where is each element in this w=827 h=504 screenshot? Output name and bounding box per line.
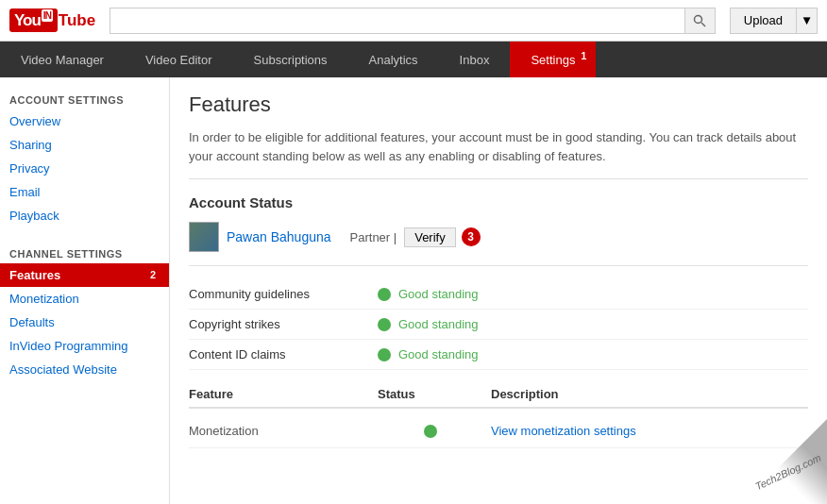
nav-item-subscriptions[interactable]: Subscriptions — [233, 42, 348, 77]
copyright-strikes-dot — [378, 318, 391, 331]
sidebar-item-monetization[interactable]: Monetization — [0, 287, 169, 311]
yt-logo-tube: Tube — [59, 11, 95, 30]
sidebar-item-features[interactable]: Features 2 — [0, 263, 169, 287]
col-header-feature: Feature — [189, 387, 378, 401]
community-guidelines-dot — [378, 288, 391, 301]
verify-badge: 3 — [462, 227, 481, 246]
svg-line-1 — [701, 23, 705, 26]
copyright-strikes-status: Good standing — [398, 317, 479, 331]
search-button[interactable] — [685, 8, 716, 34]
account-status-title: Account Status — [189, 194, 808, 210]
upload-btn-group: Upload ▼ — [730, 8, 818, 34]
community-guidelines-label: Community guidelines — [189, 287, 378, 301]
nav-item-video-editor[interactable]: Video Editor — [125, 42, 233, 77]
sidebar-item-invideo-programming[interactable]: InVideo Programming — [0, 334, 169, 358]
settings-badge: 1 — [575, 47, 592, 64]
partner-label: Partner | — [350, 230, 397, 244]
features-badge: 2 — [144, 266, 161, 283]
sidebar-item-playback[interactable]: Playback — [0, 204, 169, 227]
user-row: Pawan Bahuguna Partner | Verify 3 — [189, 222, 808, 266]
account-status-section: Account Status Pawan Bahuguna Partner | … — [189, 194, 808, 370]
search-input[interactable] — [110, 8, 685, 34]
account-settings-title: ACCOUNT SETTINGS — [0, 87, 169, 109]
yt-logo-you: YouIN — [9, 8, 58, 32]
sidebar-item-sharing[interactable]: Sharing — [0, 133, 169, 157]
search-bar — [110, 8, 716, 34]
community-guidelines-row: Community guidelines Good standing — [189, 279, 808, 310]
sidebar-item-privacy[interactable]: Privacy — [0, 157, 169, 180]
content-id-dot — [378, 348, 391, 361]
features-table: Feature Status Description Monetization … — [189, 387, 808, 448]
avatar — [189, 222, 219, 252]
copyright-strikes-label: Copyright strikes — [189, 317, 378, 331]
verify-button[interactable]: Verify — [404, 227, 456, 247]
upload-dropdown-button[interactable]: ▼ — [797, 8, 818, 34]
col-header-status: Status — [378, 387, 491, 401]
content-id-status: Good standing — [398, 347, 479, 361]
page-title: Features — [189, 92, 808, 117]
layout: ACCOUNT SETTINGS Overview Sharing Privac… — [0, 77, 827, 504]
sidebar-item-associated-website[interactable]: Associated Website — [0, 358, 169, 381]
community-guidelines-status: Good standing — [398, 287, 479, 301]
youtube-logo: YouIN Tube — [9, 8, 95, 32]
nav-item-analytics[interactable]: Analytics — [348, 42, 439, 77]
content-id-row: Content ID claims Good standing — [189, 340, 808, 370]
channel-settings-title: CHANNEL SETTINGS — [0, 241, 169, 263]
nav-item-settings[interactable]: Settings 1 — [510, 42, 596, 77]
content-id-label: Content ID claims — [189, 347, 378, 361]
main-content: Features In order to be eligible for add… — [170, 77, 827, 504]
header: YouIN Tube Upload ▼ — [0, 0, 827, 42]
page-curl-area: Tech2Blog.com — [742, 419, 827, 504]
nav-item-video-manager[interactable]: Video Manager — [0, 42, 125, 77]
col-header-description: Description — [491, 387, 808, 401]
sidebar-item-overview[interactable]: Overview — [0, 109, 169, 133]
info-text: In order to be eligible for additional f… — [189, 128, 808, 179]
copyright-strikes-row: Copyright strikes Good standing — [189, 310, 808, 340]
monetization-status-dot — [424, 425, 437, 438]
table-row: Monetization View monetization settings — [189, 414, 808, 448]
features-table-header: Feature Status Description — [189, 387, 808, 409]
sidebar-item-email[interactable]: Email — [0, 180, 169, 204]
feature-status-monetization — [378, 425, 491, 438]
svg-point-0 — [695, 15, 702, 23]
sidebar: ACCOUNT SETTINGS Overview Sharing Privac… — [0, 77, 170, 504]
nav-item-inbox[interactable]: Inbox — [439, 42, 511, 77]
search-icon — [693, 14, 706, 27]
chevron-down-icon: ▼ — [801, 13, 813, 27]
main-nav: Video Manager Video Editor Subscriptions… — [0, 42, 827, 77]
username[interactable]: Pawan Bahuguna — [227, 229, 331, 244]
upload-button[interactable]: Upload — [730, 8, 797, 34]
sidebar-item-defaults[interactable]: Defaults — [0, 311, 169, 334]
feature-name-monetization: Monetization — [189, 424, 378, 438]
